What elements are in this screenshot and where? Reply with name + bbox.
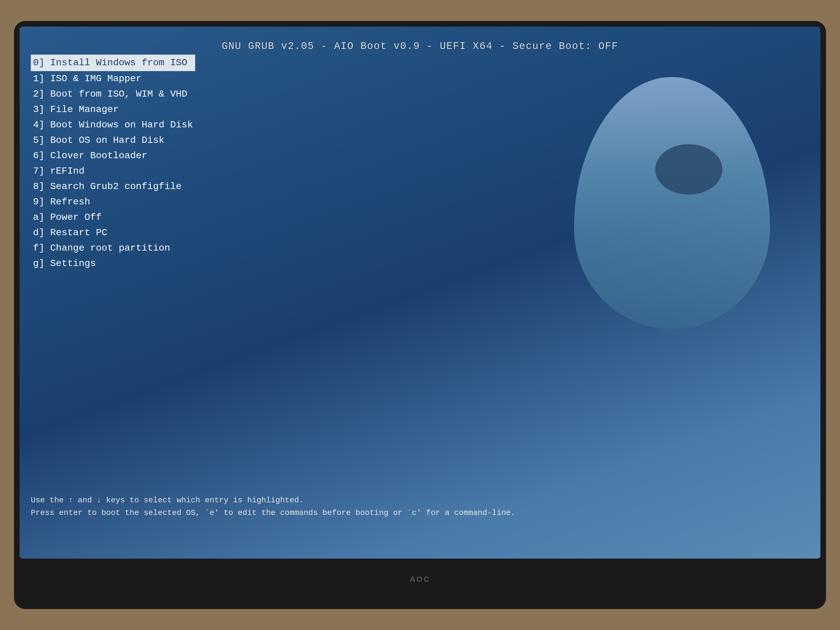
grub-title: GNU GRUB v2.05 - AIO Boot v0.9 - UEFI X6… (222, 41, 618, 52)
menu-item-0[interactable]: 0] Install Windows from ISO (31, 55, 195, 71)
menu-item-10[interactable]: a] Power Off (31, 210, 195, 225)
menu-item-4[interactable]: 4] Boot Windows on Hard Disk (31, 117, 195, 133)
monitor-bezel: AOC (20, 559, 820, 592)
menu-item-1[interactable]: 1] ISO & IMG Mapper (31, 71, 195, 87)
menu-item-2[interactable]: 2] Boot from ISO, WIM & VHD (31, 87, 195, 102)
menu-item-13[interactable]: g] Settings (31, 256, 195, 271)
menu-item-7[interactable]: 7] rEFInd (31, 164, 195, 179)
grub-footer: Use the ↑ and ↓ keys to select which ent… (31, 494, 515, 519)
menu-item-6[interactable]: 6] Clover Bootloader (31, 148, 195, 164)
monitor-brand-label: AOC (410, 575, 430, 584)
menu-item-8[interactable]: 8] Search Grub2 configfile (31, 179, 195, 194)
menu-item-12[interactable]: f] Change root partition (31, 240, 195, 256)
decorative-oval (655, 144, 722, 194)
menu-item-9[interactable]: 9] Refresh (31, 194, 195, 210)
menu-item-3[interactable]: 3] File Manager (31, 102, 195, 117)
footer-line2: Press enter to boot the selected OS, `e'… (31, 507, 515, 519)
menu-item-11[interactable]: d] Restart PC (31, 225, 195, 240)
footer-line1: Use the ↑ and ↓ keys to select which ent… (31, 494, 515, 507)
monitor: GNU GRUB v2.05 - AIO Boot v0.9 - UEFI X6… (14, 21, 826, 609)
screen: GNU GRUB v2.05 - AIO Boot v0.9 - UEFI X6… (20, 27, 820, 559)
menu-item-5[interactable]: 5] Boot OS on Hard Disk (31, 133, 195, 148)
grub-menu[interactable]: 0] Install Windows from ISO1] ISO & IMG … (31, 55, 195, 271)
